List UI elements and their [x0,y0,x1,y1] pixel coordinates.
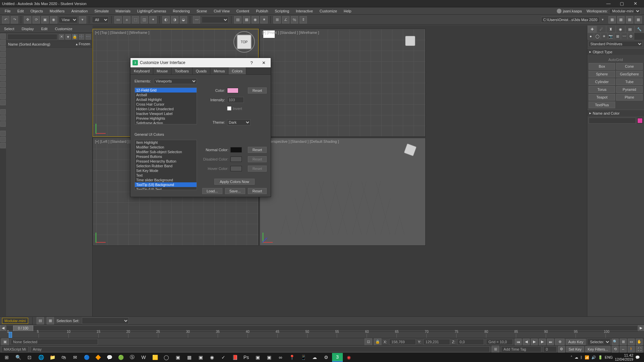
placement-button[interactable]: ◉ [50,16,57,23]
object-color-swatch[interactable] [637,118,643,123]
list-item[interactable]: Pressed Buttons [135,154,197,159]
app-icon-1[interactable]: 🔶 [93,353,103,362]
current-frame[interactable]: 0 [543,346,557,352]
menu-edit[interactable]: Edit [14,7,27,15]
normal-color-swatch[interactable] [230,147,242,153]
primitive-pyramid[interactable]: Pyramid [616,86,643,93]
tray-network-icon[interactable]: 📶 [585,355,589,360]
invert-checkbox[interactable]: Invert [227,106,242,111]
manipulate-button[interactable]: ✦ [149,16,157,23]
chrome-icon[interactable]: 🔵 [81,353,92,362]
viewcube-icon[interactable] [405,36,415,46]
reset-all-button[interactable]: Reset [248,188,267,194]
phone-icon[interactable]: 📱 [298,353,309,362]
list-item[interactable]: Arcball [135,93,197,97]
xbox-icon[interactable]: ◯ [161,353,172,362]
maps-icon[interactable]: 📍 [286,353,297,362]
viewcube-top[interactable]: TOP [233,31,255,53]
close-button[interactable]: ✕ [629,0,642,7]
subtab-shapes-icon[interactable]: ◯ [594,33,601,40]
subtab-cameras-icon[interactable]: 📷 [607,33,614,40]
render-iter-button[interactable]: ▦ [617,16,625,23]
skype-icon[interactable]: Ⓢ [127,353,138,362]
list-item[interactable]: Item Highlight [135,140,197,145]
primitive-sphere[interactable]: Sphere [589,71,615,77]
project-path[interactable]: C:\Users\Omist...s\3ds Max 2020 [541,17,600,23]
list-item[interactable]: Hidden Line Unselected [135,107,197,111]
load-button[interactable]: Load... [202,188,222,194]
scene-add-icon[interactable]: ➕ [79,34,84,40]
maxscript-field[interactable]: MAXScript Mi [1,346,29,352]
scene-search-input[interactable] [7,34,57,40]
set-keys-icon[interactable]: ▤ [37,317,44,324]
filter-bone-icon[interactable] [0,82,6,87]
app-icon-7[interactable]: ◉ [207,353,217,362]
timeslider-track[interactable]: 0 / 100 [6,325,638,331]
display-none-icon[interactable] [0,115,6,121]
tab-modify[interactable]: ☄ [597,25,606,33]
primitive-torus[interactable]: Torus [589,86,615,93]
app-icon-4[interactable]: ▣ [172,353,183,362]
viewcube-icon[interactable] [404,143,417,156]
tab-colors[interactable]: Colors [228,67,246,74]
snap-toggle[interactable]: ⊞ [273,16,281,23]
schematic-button[interactable]: ▦ [243,16,250,23]
mirror-button[interactable]: ◐ [162,16,170,23]
tray-clock[interactable]: 11.42 12/04/2019 [615,353,633,361]
menu-scripting[interactable]: Scripting [271,7,292,15]
viewcube-front[interactable] [400,31,422,53]
intensity-spinner[interactable] [227,97,244,103]
menu-objects[interactable]: Objects [27,7,46,15]
app-icon-6[interactable]: ▣ [195,353,206,362]
object-name-input[interactable] [589,118,636,124]
keyfilter-select[interactable]: Selected [587,339,610,345]
filter-hidden-icon[interactable] [0,100,6,105]
scene-lock-icon[interactable]: 🔒 [72,34,77,40]
menu-content[interactable]: Content [233,7,253,15]
rotate-button[interactable]: ⟳ [33,16,40,23]
list-item[interactable]: Selection Rubber Band [135,164,197,168]
list-item[interactable]: Text [135,173,197,178]
explorer-icon[interactable]: 📁 [47,353,58,362]
filter-shapes-icon[interactable] [0,40,6,45]
list-item[interactable]: Time slider Background [135,178,197,182]
nav-orbit-icon[interactable]: ⟲ [612,346,619,353]
list-item[interactable]: ToolTip (UI) Text [135,187,197,190]
primitive-geosphere[interactable]: GeoSphere [616,71,643,77]
normal-reset-button[interactable]: Reset [248,147,267,153]
theme-select[interactable]: Dark [227,119,251,125]
vs-icon[interactable]: ∞ [275,353,286,362]
lock-icon[interactable] [0,137,6,142]
menu-animation[interactable]: Animation [68,7,91,15]
filter-helpers-icon[interactable] [0,58,6,63]
window-crossing-button[interactable]: ◫ [141,16,148,23]
tray-bluetooth-icon[interactable]: ᛒ [580,355,583,359]
curve-editor-button[interactable]: 〰 [193,16,200,23]
sticky-icon[interactable]: 🟨 [150,353,160,362]
primitive-category-select[interactable]: Standard Primitives [589,41,643,47]
workspace-switcher[interactable]: Workspaces: Modular-mini [585,8,643,14]
pivot-button[interactable]: ▾ [79,16,86,23]
redo-button[interactable]: ↷ [11,16,18,23]
primitive-textplus[interactable]: TextPlus [589,102,615,108]
elements-select[interactable]: Viewports [154,78,197,84]
primitive-box[interactable]: Box [589,63,615,70]
primitive-cone[interactable]: Cone [616,63,643,70]
subtab-helpers-icon[interactable]: ⊞ [614,33,621,40]
workspace-select[interactable]: Modular-mini [609,8,641,14]
percent-snap[interactable]: % [291,16,298,23]
lock-selection-icon[interactable]: 🔒 [374,338,381,346]
timeslider-handle[interactable]: 0 / 100 [13,325,33,331]
timeslider-prev[interactable]: ◀ [0,325,6,331]
nav-zoomall-icon[interactable]: ⊞ [620,339,627,345]
start-button[interactable]: ⊞ [1,353,12,362]
scene-filter-icon[interactable]: ▼ [65,34,71,40]
filter-cameras-icon[interactable] [0,52,6,57]
list-item[interactable]: Set Key Mode [135,168,197,173]
scene-columns-header[interactable]: Name (Sorted Ascending) ▴ Frozen [6,41,92,48]
tab-create[interactable]: ✚ [587,25,597,33]
maximize-button[interactable]: ▢ [615,0,629,7]
nav-fov-icon[interactable]: ▭ [628,339,635,345]
color-reset-button[interactable]: Reset [248,87,267,94]
menu-file[interactable]: File [1,7,14,15]
